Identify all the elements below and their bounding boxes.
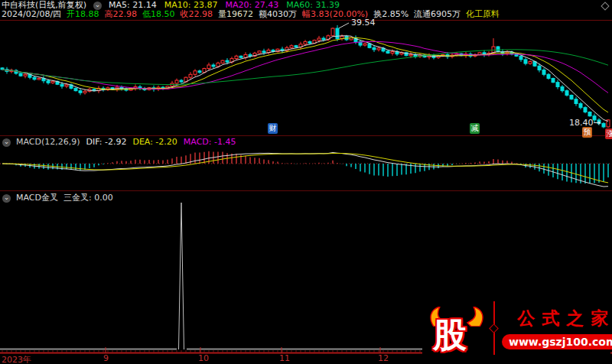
quote-field-1: 开18.88 xyxy=(67,10,99,19)
signal-pane-header: ⌄ MACD金叉 三金叉: 0.00 xyxy=(2,193,113,203)
quote-field-4: 收22.98 xyxy=(181,10,213,19)
quote-field-10: 化工原料 xyxy=(466,10,500,19)
macd-values-row: MACD(12,26,9)DIF: -2.92DEA: -2.20MACD: -… xyxy=(16,138,236,147)
watermark-site-name: 公式之家 xyxy=(510,307,612,330)
quote-field-3: 低18.50 xyxy=(142,10,175,19)
diamond-icon xyxy=(489,323,499,333)
macd-value-2: DEA: -2.20 xyxy=(132,138,177,147)
peak-price-annotation: 39.54 xyxy=(351,18,376,27)
macd-value-1: DIF: -2.92 xyxy=(86,138,127,147)
axis-tick-label: 10 xyxy=(198,354,209,363)
collapse-macd-icon[interactable]: ⌄ xyxy=(2,138,11,147)
quote-field-0: 2024/02/08/四 xyxy=(2,10,61,19)
watermark-url[interactable]: www.gszj100.com xyxy=(502,334,612,349)
watermark-divider xyxy=(493,301,495,355)
axis-tick-label: 11 xyxy=(279,354,290,363)
axis-tick-label: 9 xyxy=(103,354,109,363)
event-badge[interactable]: 财 xyxy=(268,123,278,134)
event-badge[interactable]: 减 xyxy=(470,123,480,134)
watermark[interactable]: 股 公式之家 www.gszj100.com xyxy=(422,294,610,362)
quote-field-9: 流通6905万 xyxy=(414,10,461,19)
quote-field-2: 高22.98 xyxy=(105,10,138,19)
macd-value-0: MACD(12,26,9) xyxy=(16,138,80,147)
quote-field-6: 额4030万 xyxy=(259,10,297,19)
macd-pane-header: ⌄ MACD(12,26,9)DIF: -2.92DEA: -2.20MACD:… xyxy=(2,138,236,147)
last-price-marker: 18.40→ xyxy=(569,119,601,127)
header-line-2: 2024/02/08/四开18.88高22.98低18.50收22.98量196… xyxy=(2,10,500,19)
event-badge[interactable]: 涨 xyxy=(605,128,612,139)
watermark-logo-char: 股 xyxy=(433,313,467,358)
quote-field-5: 量19672 xyxy=(218,10,253,19)
collapse-main-icon[interactable]: ⌄ xyxy=(93,2,102,10)
event-badge[interactable]: 预 xyxy=(582,127,592,138)
axis-tick-label: 12 xyxy=(378,354,389,363)
quote-field-8: 换2.85% xyxy=(373,10,409,19)
macd-value-3: MACD: -1.45 xyxy=(184,138,236,147)
watermark-bull-logo: 股 xyxy=(422,296,490,360)
signal-pane-value: 三金叉: 0.00 xyxy=(63,193,113,203)
stock-app-window: 中自科技(日线,前复权) ⌄ MA5: 21.14MA10: 23.87MA20… xyxy=(0,0,612,364)
signal-pane-title: MACD金叉 xyxy=(16,193,58,203)
collapse-signal-icon[interactable]: ⌄ xyxy=(2,194,11,203)
axis-year-label: 2023年 xyxy=(2,354,31,364)
